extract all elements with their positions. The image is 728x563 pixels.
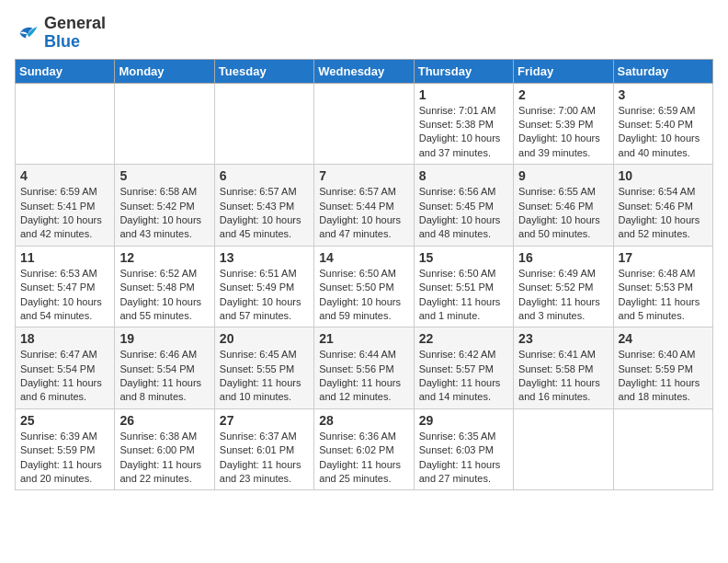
day-info: Sunrise: 7:01 AM Sunset: 5:38 PM Dayligh… (419, 104, 508, 161)
day-info: Sunrise: 6:36 AM Sunset: 6:02 PM Dayligh… (319, 430, 408, 487)
calendar-cell: 29Sunrise: 6:35 AM Sunset: 6:03 PM Dayli… (414, 408, 513, 490)
day-info: Sunrise: 6:37 AM Sunset: 6:01 PM Dayligh… (220, 430, 309, 487)
calendar-cell (214, 83, 313, 165)
day-number: 4 (20, 168, 109, 183)
day-info: Sunrise: 6:42 AM Sunset: 5:57 PM Dayligh… (419, 348, 508, 405)
calendar-cell: 24Sunrise: 6:40 AM Sunset: 5:59 PM Dayli… (613, 327, 712, 409)
calendar-cell: 16Sunrise: 6:49 AM Sunset: 5:52 PM Dayli… (514, 246, 613, 327)
calendar-cell: 27Sunrise: 6:37 AM Sunset: 6:01 PM Dayli… (214, 408, 313, 490)
day-info: Sunrise: 6:47 AM Sunset: 5:54 PM Dayligh… (20, 348, 109, 405)
calendar-cell: 12Sunrise: 6:52 AM Sunset: 5:48 PM Dayli… (115, 246, 214, 327)
day-info: Sunrise: 6:58 AM Sunset: 5:42 PM Dayligh… (119, 185, 209, 242)
calendar-cell (314, 83, 414, 165)
weekday-saturday: Saturday (613, 59, 712, 83)
week-row-2: 11Sunrise: 6:53 AM Sunset: 5:47 PM Dayli… (16, 246, 713, 327)
logo-text-blue: Blue (44, 32, 80, 51)
day-number: 10 (619, 168, 708, 183)
logo: General Blue (15, 15, 106, 52)
calendar-cell: 15Sunrise: 6:50 AM Sunset: 5:51 PM Dayli… (414, 246, 513, 327)
day-info: Sunrise: 6:53 AM Sunset: 5:47 PM Dayligh… (20, 267, 109, 324)
day-number: 15 (419, 250, 508, 265)
calendar-cell: 21Sunrise: 6:44 AM Sunset: 5:56 PM Dayli… (314, 327, 414, 409)
day-info: Sunrise: 6:50 AM Sunset: 5:51 PM Dayligh… (419, 267, 508, 324)
day-info: Sunrise: 6:50 AM Sunset: 5:50 PM Dayligh… (319, 267, 408, 324)
day-number: 5 (119, 168, 209, 183)
week-row-4: 25Sunrise: 6:39 AM Sunset: 5:59 PM Dayli… (16, 408, 713, 490)
day-info: Sunrise: 6:39 AM Sunset: 5:59 PM Dayligh… (20, 430, 109, 487)
weekday-thursday: Thursday (414, 59, 513, 83)
page-container: General Blue SundayMondayTuesdayWednesda… (15, 15, 713, 490)
day-info: Sunrise: 6:51 AM Sunset: 5:49 PM Dayligh… (220, 267, 309, 324)
weekday-header-row: SundayMondayTuesdayWednesdayThursdayFrid… (16, 59, 713, 83)
day-info: Sunrise: 6:55 AM Sunset: 5:46 PM Dayligh… (518, 185, 608, 242)
day-info: Sunrise: 6:56 AM Sunset: 5:45 PM Dayligh… (419, 185, 508, 242)
day-info: Sunrise: 6:59 AM Sunset: 5:41 PM Dayligh… (20, 185, 109, 242)
calendar-cell: 26Sunrise: 6:38 AM Sunset: 6:00 PM Dayli… (115, 408, 214, 490)
day-info: Sunrise: 6:44 AM Sunset: 5:56 PM Dayligh… (319, 348, 408, 405)
day-number: 11 (20, 250, 109, 265)
weekday-friday: Friday (514, 59, 613, 83)
calendar-cell: 14Sunrise: 6:50 AM Sunset: 5:50 PM Dayli… (314, 246, 414, 327)
calendar-cell: 1Sunrise: 7:01 AM Sunset: 5:38 PM Daylig… (414, 83, 513, 165)
day-number: 6 (220, 168, 309, 183)
day-number: 19 (119, 331, 209, 346)
logo-text-general: General (44, 14, 106, 32)
day-number: 12 (119, 250, 209, 265)
day-number: 7 (319, 168, 408, 183)
day-info: Sunrise: 6:48 AM Sunset: 5:53 PM Dayligh… (619, 267, 708, 324)
calendar-cell: 7Sunrise: 6:57 AM Sunset: 5:44 PM Daylig… (314, 165, 414, 247)
week-row-0: 1Sunrise: 7:01 AM Sunset: 5:38 PM Daylig… (16, 83, 713, 165)
weekday-wednesday: Wednesday (314, 59, 414, 83)
calendar-cell: 8Sunrise: 6:56 AM Sunset: 5:45 PM Daylig… (414, 165, 513, 247)
calendar-cell: 6Sunrise: 6:57 AM Sunset: 5:43 PM Daylig… (214, 165, 313, 247)
day-number: 20 (220, 331, 309, 346)
calendar-cell: 17Sunrise: 6:48 AM Sunset: 5:53 PM Dayli… (613, 246, 712, 327)
calendar-cell: 19Sunrise: 6:46 AM Sunset: 5:54 PM Dayli… (115, 327, 214, 409)
day-info: Sunrise: 6:57 AM Sunset: 5:43 PM Dayligh… (220, 185, 309, 242)
calendar-cell: 25Sunrise: 6:39 AM Sunset: 5:59 PM Dayli… (16, 408, 115, 490)
calendar-cell (115, 83, 214, 165)
calendar-table: SundayMondayTuesdayWednesdayThursdayFrid… (15, 59, 713, 491)
day-info: Sunrise: 6:57 AM Sunset: 5:44 PM Dayligh… (319, 185, 408, 242)
calendar-cell: 9Sunrise: 6:55 AM Sunset: 5:46 PM Daylig… (514, 165, 613, 247)
weekday-monday: Monday (115, 59, 214, 83)
day-number: 17 (619, 250, 708, 265)
day-info: Sunrise: 6:38 AM Sunset: 6:00 PM Dayligh… (119, 430, 209, 487)
week-row-3: 18Sunrise: 6:47 AM Sunset: 5:54 PM Dayli… (16, 327, 713, 409)
calendar-cell (613, 408, 712, 490)
day-number: 24 (619, 331, 708, 346)
day-info: Sunrise: 6:41 AM Sunset: 5:58 PM Dayligh… (518, 348, 608, 405)
header: General Blue (15, 15, 713, 52)
day-info: Sunrise: 6:46 AM Sunset: 5:54 PM Dayligh… (119, 348, 209, 405)
day-info: Sunrise: 7:00 AM Sunset: 5:39 PM Dayligh… (518, 104, 608, 161)
day-number: 21 (319, 331, 408, 346)
calendar-cell: 11Sunrise: 6:53 AM Sunset: 5:47 PM Dayli… (16, 246, 115, 327)
day-info: Sunrise: 6:45 AM Sunset: 5:55 PM Dayligh… (220, 348, 309, 405)
day-info: Sunrise: 6:59 AM Sunset: 5:40 PM Dayligh… (619, 104, 708, 161)
calendar-cell: 22Sunrise: 6:42 AM Sunset: 5:57 PM Dayli… (414, 327, 513, 409)
day-number: 13 (220, 250, 309, 265)
calendar-cell: 5Sunrise: 6:58 AM Sunset: 5:42 PM Daylig… (115, 165, 214, 247)
weekday-sunday: Sunday (16, 59, 115, 83)
calendar-cell: 3Sunrise: 6:59 AM Sunset: 5:40 PM Daylig… (613, 83, 712, 165)
day-number: 22 (419, 331, 508, 346)
day-info: Sunrise: 6:52 AM Sunset: 5:48 PM Dayligh… (119, 267, 209, 324)
calendar-cell: 2Sunrise: 7:00 AM Sunset: 5:39 PM Daylig… (514, 83, 613, 165)
day-number: 2 (518, 87, 608, 102)
day-info: Sunrise: 6:49 AM Sunset: 5:52 PM Dayligh… (518, 267, 608, 324)
calendar-cell: 23Sunrise: 6:41 AM Sunset: 5:58 PM Dayli… (514, 327, 613, 409)
day-number: 26 (119, 413, 209, 428)
calendar-cell: 18Sunrise: 6:47 AM Sunset: 5:54 PM Dayli… (16, 327, 115, 409)
calendar-cell: 4Sunrise: 6:59 AM Sunset: 5:41 PM Daylig… (16, 165, 115, 247)
day-info: Sunrise: 6:54 AM Sunset: 5:46 PM Dayligh… (619, 185, 708, 242)
day-info: Sunrise: 6:35 AM Sunset: 6:03 PM Dayligh… (419, 430, 508, 487)
day-info: Sunrise: 6:40 AM Sunset: 5:59 PM Dayligh… (619, 348, 708, 405)
logo-icon (15, 20, 40, 46)
week-row-1: 4Sunrise: 6:59 AM Sunset: 5:41 PM Daylig… (16, 165, 713, 247)
calendar-cell: 28Sunrise: 6:36 AM Sunset: 6:02 PM Dayli… (314, 408, 414, 490)
day-number: 1 (419, 87, 508, 102)
day-number: 28 (319, 413, 408, 428)
day-number: 16 (518, 250, 608, 265)
day-number: 3 (619, 87, 708, 102)
day-number: 18 (20, 331, 109, 346)
